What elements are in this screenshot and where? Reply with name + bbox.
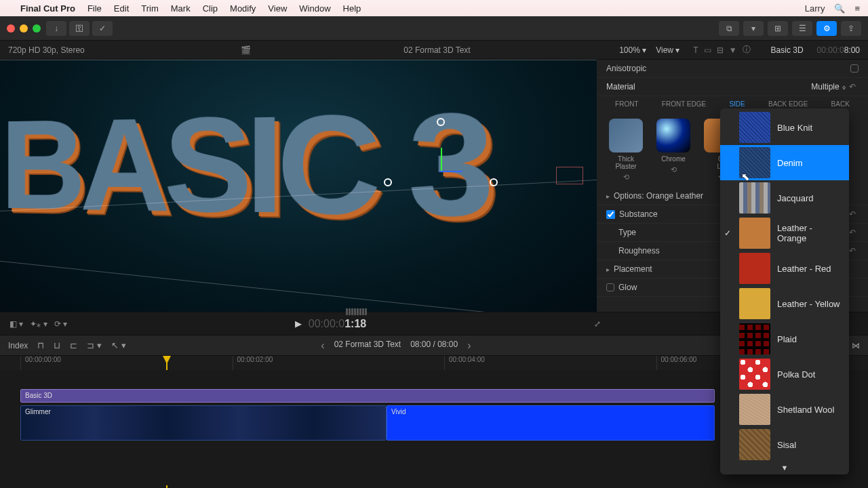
menu-mark[interactable]: Mark (171, 3, 191, 14)
info-inspector-icon[interactable]: ⓘ (743, 44, 751, 56)
x-axis-handle[interactable] (439, 171, 462, 172)
swatch-plaster[interactable]: Thick Plaster⟲ (609, 119, 643, 182)
bounding-handle[interactable] (556, 167, 583, 184)
material-option[interactable]: Shetland Wool (720, 392, 849, 427)
timeline-index-button[interactable]: Index (8, 341, 28, 350)
skimmer-icon[interactable]: ⋈ (852, 341, 860, 350)
video-inspector-icon[interactable]: ▭ (704, 45, 711, 55)
play-button[interactable]: ▶ (295, 319, 302, 329)
face-front[interactable]: FRONT (612, 99, 641, 110)
material-option[interactable]: Denim (720, 145, 849, 180)
background-tasks-button[interactable]: ✓ (92, 21, 113, 36)
material-value[interactable]: Multiple ⬨ (811, 82, 846, 92)
anisotropic-label: Anisotropic (606, 64, 850, 73)
mac-menubar: Final Cut Pro File Edit Trim Mark Clip M… (0, 0, 868, 16)
crop-tool[interactable]: ◧ ▾ (9, 319, 23, 329)
text-inspector-icon[interactable]: T (693, 45, 698, 55)
overwrite-clip-icon[interactable]: ⊐ ▾ (87, 340, 102, 350)
material-option-label: Leather - Yellow (777, 299, 840, 309)
insert-clip-icon[interactable]: ⊔ (54, 340, 60, 350)
menu-clip[interactable]: Clip (203, 3, 218, 14)
material-option[interactable]: Leather - Yellow (720, 286, 849, 321)
anisotropic-row[interactable]: Anisotropic (597, 60, 868, 78)
ruler-tick: 00:00:02:00 (233, 356, 445, 370)
face-front-edge[interactable]: FRONT EDGE (659, 99, 709, 110)
material-swatch-icon (739, 323, 770, 354)
material-option[interactable]: Leather - Red (720, 251, 849, 286)
fullscreen-button[interactable]: ⤢ (594, 319, 601, 329)
menu-view[interactable]: View (268, 3, 287, 14)
material-option-label: Leather - Red (777, 264, 831, 274)
reset-icon[interactable]: ↶ (846, 82, 859, 92)
zoom-menu[interactable]: 100% ▾ (619, 45, 646, 55)
material-option-label: Blue Knit (777, 123, 812, 133)
material-swatch-icon (739, 112, 770, 143)
timeline-history-back[interactable]: ‹ (321, 340, 324, 352)
layout-grid-icon[interactable]: ⊞ (768, 21, 788, 36)
filmstrip-icon[interactable]: ⊟ (717, 45, 724, 55)
browser-toggle[interactable]: ⧉ (719, 21, 739, 36)
share-inspector-icon[interactable]: ▼ (729, 45, 737, 55)
append-clip-icon[interactable]: ⊏ (70, 340, 77, 350)
timeline-history-forward[interactable]: › (467, 340, 471, 352)
material-option[interactable]: Plaid (720, 321, 849, 357)
viewer[interactable]: BASIC 3 (0, 60, 597, 312)
app-menu[interactable]: Final Cut Pro (20, 3, 75, 14)
connect-clip-icon[interactable]: ⊓ (37, 340, 44, 350)
swatch-chrome[interactable]: Chrome⟲ (656, 119, 690, 182)
material-option[interactable]: Blue Knit (720, 110, 849, 145)
transform-handle[interactable] (490, 178, 498, 186)
ruler-tick: 00:00:00:00 (20, 356, 233, 370)
disclosure-icon[interactable] (606, 191, 614, 201)
menu-edit[interactable]: Edit (114, 3, 129, 14)
disclosure-icon[interactable] (606, 264, 614, 274)
retime-tool[interactable]: ⟳ ▾ (54, 319, 67, 329)
substance-checkbox[interactable] (606, 210, 615, 219)
material-option-label: Denim (777, 158, 803, 168)
menu-file[interactable]: File (87, 3, 102, 14)
zoom-window[interactable] (33, 24, 41, 33)
timeline-project-name: 02 Format 3D Text (334, 340, 401, 352)
menu-modify[interactable]: Modify (230, 3, 256, 14)
menu-help[interactable]: Help (343, 3, 361, 14)
glow-checkbox[interactable] (606, 283, 614, 291)
material-option[interactable]: Jacquard (720, 180, 849, 216)
menu-trim[interactable]: Trim (141, 3, 159, 14)
menu-window[interactable]: Window (299, 3, 330, 14)
material-option-label: Leather - Orange (777, 223, 844, 243)
video-clip-glimmer[interactable]: Glimmer (20, 405, 387, 441)
material-swatch-icon (739, 288, 770, 319)
clapper-icon: 🎬 (241, 45, 251, 55)
material-option[interactable]: Polka Dot (720, 357, 849, 392)
anisotropic-checkbox[interactable] (850, 64, 859, 73)
video-clip-vivid[interactable]: Vivid (387, 405, 715, 441)
close-window[interactable] (7, 24, 15, 33)
share-button[interactable]: ⇪ (841, 21, 861, 36)
keyword-button[interactable]: ⚿ (69, 21, 90, 36)
select-tool[interactable]: ↖ ▾ (111, 340, 126, 350)
effects-tool[interactable]: ✦⁎ ▾ (30, 319, 47, 329)
y-axis-handle[interactable] (441, 148, 442, 171)
scroll-down-icon[interactable]: ▼ (720, 462, 849, 473)
transform-handle[interactable] (437, 118, 445, 126)
material-swatch-icon (739, 429, 770, 460)
minimize-window[interactable] (20, 24, 28, 33)
user-name[interactable]: Larry (805, 3, 825, 14)
import-button[interactable]: ↓ (46, 21, 66, 36)
format-label: 720p HD 30p, Stereo (8, 45, 85, 55)
browser-toggle-arrow[interactable]: ▾ (743, 21, 764, 36)
inspector-timecode: 00:00:08:00 (817, 45, 860, 55)
view-menu[interactable]: View ▾ (656, 45, 679, 55)
inspector-toggle[interactable]: ⚙ (816, 21, 837, 36)
transform-handle[interactable] (384, 178, 392, 186)
layout-list-icon[interactable]: ☰ (792, 21, 812, 36)
title-clip[interactable]: Basic 3D (20, 389, 715, 403)
material-swatch-icon (739, 394, 770, 425)
material-dropdown: Blue KnitDenimJacquard✓Leather - OrangeL… (720, 108, 849, 474)
spotlight-icon[interactable]: 🔍 (834, 3, 845, 14)
material-option-label: Polka Dot (777, 369, 815, 380)
control-center-icon[interactable]: ≡ (854, 3, 860, 14)
viewer-3d-text[interactable]: BASIC 3 (1, 80, 487, 250)
material-option[interactable]: Sisal (720, 427, 849, 462)
material-option[interactable]: ✓Leather - Orange (720, 216, 849, 251)
